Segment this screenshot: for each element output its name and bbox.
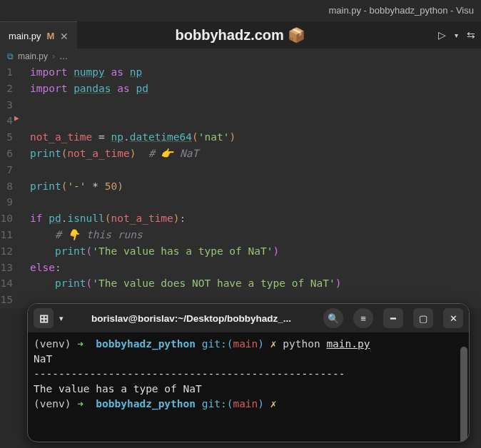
- terminal-arg: main.py: [326, 338, 370, 350]
- fold-column: ▶: [16, 64, 26, 308]
- prompt-venv: (venv): [34, 338, 71, 350]
- terminal-output-2: ----------------------------------------…: [34, 368, 345, 380]
- watermark-text: bobbyhadz.com 📦: [176, 26, 306, 44]
- line-6: print(not_a_time) # 👉️ NaT: [30, 148, 198, 159]
- line-5: not_a_time = np.datetime64('nat'): [30, 131, 236, 143]
- terminal-scrollbar[interactable]: [460, 347, 467, 442]
- tab-filename: main.py: [9, 31, 41, 41]
- code-content[interactable]: import numpy as np import pandas as pd n…: [26, 64, 481, 308]
- minimize-button[interactable]: ━: [383, 308, 403, 328]
- line-1: import numpy as np: [30, 66, 142, 78]
- terminal-command: python: [283, 338, 320, 350]
- prompt-arrow: ➜: [77, 338, 83, 350]
- editor-tabbar: main.py M ✕ bobbyhadz.com 📦 ▷ ▾ ⇆: [0, 21, 481, 49]
- line-12: print('The value has a type of NaT'): [30, 245, 279, 257]
- line-10: if pd.isnull(not_a_time):: [30, 213, 186, 224]
- window-titlebar: main.py - bobbyhadz_python - Visu: [0, 0, 481, 21]
- new-tab-button[interactable]: ⊞: [34, 308, 54, 328]
- editor-actions: ▷ ▾ ⇆: [438, 29, 475, 41]
- terminal-title: borislav@borislav:~/Desktop/bobbyhadz_..…: [69, 313, 313, 324]
- chevron-down-icon[interactable]: ▾: [59, 314, 64, 323]
- terminal-output-1: NaT: [34, 353, 52, 365]
- line-8: print('-' * 50): [30, 180, 123, 192]
- line-13: else:: [30, 262, 61, 273]
- breadcrumb-file: main.py: [18, 51, 48, 61]
- terminal-header: ⊞ ▾ borislav@borislav:~/Desktop/bobbyhad…: [28, 304, 469, 332]
- compare-icon[interactable]: ⇆: [467, 29, 475, 41]
- line-gutter: 1 2 3 4 5 6 7 8 9 10 11 12 13 14 15: [0, 64, 16, 308]
- maximize-button[interactable]: ▢: [413, 308, 433, 328]
- tab-main-py[interactable]: main.py M ✕: [0, 21, 77, 49]
- breadcrumb[interactable]: ⧉ main.py › …: [0, 49, 481, 64]
- prompt-dir: bobbyhadz_python: [96, 338, 196, 350]
- prompt-git: git:(: [202, 338, 233, 350]
- breakpoint-icon[interactable]: ▶: [14, 111, 19, 127]
- code-editor[interactable]: 1 2 3 4 5 6 7 8 9 10 11 12 13 14 15 ▶ im…: [0, 64, 481, 308]
- close-icon[interactable]: ✕: [60, 31, 69, 42]
- menu-icon[interactable]: ≡: [353, 308, 373, 328]
- line-14: print('The value does NOT have a type of…: [30, 278, 342, 289]
- terminal-window: ⊞ ▾ borislav@borislav:~/Desktop/bobbyhad…: [27, 303, 470, 442]
- terminal-body[interactable]: (venv) ➜ bobbyhadz_python git:(main) ✗ p…: [28, 332, 469, 416]
- line-2: import pandas as pd: [30, 83, 148, 94]
- search-icon[interactable]: 🔍: [323, 308, 343, 328]
- terminal-output-3: The value has a type of NaT: [34, 383, 202, 394]
- chevron-down-icon[interactable]: ▾: [455, 31, 458, 39]
- prompt-dirty-icon: ✗: [270, 338, 277, 350]
- run-icon[interactable]: ▷: [438, 29, 446, 41]
- prompt-branch: main: [233, 338, 258, 350]
- line-11: # 👇️ this runs: [30, 229, 143, 240]
- breadcrumb-more: …: [59, 51, 68, 61]
- tab-modified-indicator: M: [47, 31, 55, 41]
- close-button[interactable]: ✕: [443, 308, 463, 328]
- window-title: main.py - bobbyhadz_python - Visu: [328, 5, 474, 16]
